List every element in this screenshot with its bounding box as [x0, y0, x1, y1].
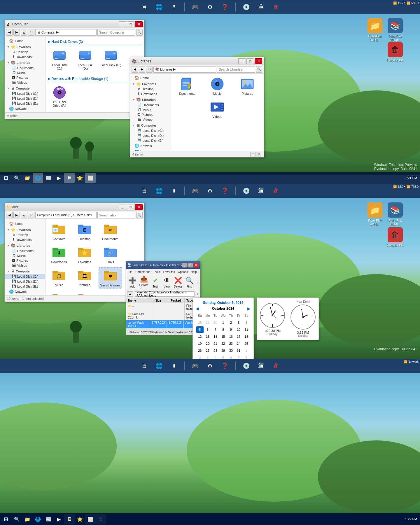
- cal-day-28a[interactable]: 28: [196, 319, 204, 326]
- toolbar2-settings-icon[interactable]: ⚙: [205, 186, 215, 196]
- cal-day-11[interactable]: 11: [243, 326, 250, 333]
- winrar-minimize-btn[interactable]: _: [182, 263, 187, 267]
- lib-sidebar-downloads[interactable]: ⬇ Downloads: [130, 91, 171, 96]
- sidebar-pictures[interactable]: 🖼 Pictures: [5, 75, 45, 80]
- lib-sidebar-music[interactable]: 🎵 Music: [130, 107, 171, 112]
- alex-maximize-btn[interactable]: □: [127, 204, 134, 210]
- cal-day-2[interactable]: 2: [228, 319, 235, 326]
- desktop2-icon-recycle[interactable]: 🗑 Recycle Bin: [385, 226, 405, 249]
- calendar-next-btn[interactable]: ▶: [247, 306, 251, 311]
- winrar-close-btn[interactable]: ✕: [193, 263, 199, 267]
- lib-pictures[interactable]: Pictures: [234, 76, 260, 97]
- winrar-extract-btn[interactable]: 📤Extract To: [139, 275, 149, 290]
- toolbar2-delete-icon[interactable]: 🗑: [271, 186, 281, 196]
- desktop-icon-recycle[interactable]: 🗑 Recycle Bin: [385, 41, 405, 63]
- libraries-list-view-btn[interactable]: ☰: [250, 152, 256, 157]
- alex-search-input[interactable]: [97, 212, 135, 218]
- alex-sidebar-computer[interactable]: ▼🖥 Computer: [5, 268, 45, 274]
- cal-day-24[interactable]: 24: [235, 340, 242, 347]
- alex-sidebar-e[interactable]: 💾 Local Disk (E:): [5, 284, 45, 289]
- winrar-test-btn[interactable]: ✔Test: [150, 275, 160, 290]
- cal-day-10[interactable]: 10: [235, 326, 242, 333]
- alex-sidebar-pictures[interactable]: 🖼 Pictures: [5, 258, 45, 263]
- winrar-menu-help[interactable]: Help: [191, 270, 197, 274]
- taskbar-computer-1[interactable]: 🖥: [64, 173, 75, 183]
- alex-sidebar-downloads[interactable]: ⬇ Downloads: [5, 237, 45, 242]
- toolbar2-monitor-icon[interactable]: 🖥: [139, 186, 149, 196]
- lib-sidebar-libraries[interactable]: ▼📚 Libraries: [130, 96, 171, 102]
- alex-close-btn[interactable]: ✕: [135, 204, 143, 210]
- toolbar3-monitor-icon[interactable]: 🖥: [139, 360, 149, 371]
- taskbar-bottom-search[interactable]: 🔍: [12, 514, 22, 524]
- cal-day-4[interactable]: 4: [243, 319, 250, 326]
- cal-day-27[interactable]: 27: [204, 347, 211, 354]
- lib-sidebar-home[interactable]: 🏠 Home: [130, 75, 171, 80]
- alex-minimize-btn[interactable]: _: [119, 204, 126, 210]
- cal-day-31[interactable]: 31: [235, 347, 242, 354]
- alex-sidebar-music[interactable]: 🎵 Music: [5, 253, 45, 258]
- cal-day-22[interactable]: 22: [220, 340, 227, 347]
- cal-day-16[interactable]: 16: [228, 333, 235, 340]
- alex-sidebar-network[interactable]: 🌐 Network: [5, 289, 45, 294]
- folder-searches[interactable]: 🔍 Searches: [47, 291, 71, 295]
- sidebar-music[interactable]: 🎵 Music: [5, 70, 45, 75]
- lib-sidebar-desktop[interactable]: 🖥 Desktop: [130, 87, 171, 91]
- toolbar-bank-icon[interactable]: 🏛: [256, 2, 266, 12]
- taskbar-bottom-file[interactable]: 📁: [22, 514, 33, 524]
- drive-d[interactable]: Local Disk (D:): [74, 47, 97, 71]
- sidebar-documents[interactable]: 📄 Documents: [5, 65, 45, 70]
- libraries-forward-btn[interactable]: ▶: [139, 66, 145, 73]
- taskbar-bottom-store[interactable]: 📰: [43, 514, 54, 524]
- libraries-grid-view-btn[interactable]: ⊞: [256, 152, 261, 157]
- desktop-icon-pureflat2[interactable]: 📚 Pure-Flat 2014t...: [385, 17, 405, 43]
- cal-day-20[interactable]: 20: [204, 340, 211, 347]
- libraries-search-input[interactable]: [217, 66, 255, 73]
- winrar-menu-options[interactable]: Options: [178, 270, 188, 274]
- cal-day-26[interactable]: 26: [196, 347, 204, 354]
- toolbar3-apps-icon[interactable]: ⣿: [169, 360, 179, 371]
- winrar-back-btn[interactable]: ◀: [127, 291, 133, 297]
- libraries-maximize-btn[interactable]: □: [246, 58, 254, 64]
- toolbar2-gamepad-icon[interactable]: 🎮: [190, 186, 200, 196]
- drive-f[interactable]: DVD DVD RW Drive (F:): [48, 84, 71, 108]
- taskbar-bottom-computer[interactable]: 🖥: [64, 514, 75, 524]
- folder-desktop[interactable]: 🖥 Desktop: [73, 221, 96, 242]
- alex-sidebar-favorites[interactable]: ▼⭐ Favorites: [5, 226, 45, 232]
- lib-sidebar-e[interactable]: 💾 Local Disk (E:): [130, 138, 171, 143]
- winrar-view-btn[interactable]: 👁View: [162, 275, 172, 290]
- sidebar-desktop[interactable]: 🖥 Desktop: [5, 50, 45, 54]
- folder-contacts[interactable]: 📧 Contacts: [47, 221, 71, 242]
- winrar-row-iconpack[interactable]: 🖥 IconPack Pure Fl... 3,787,293 3,760,21…: [126, 320, 200, 329]
- toolbar-cd-icon[interactable]: 💿: [241, 2, 251, 12]
- winrar-find-btn[interactable]: 🔍Find: [184, 275, 194, 290]
- cal-day-5-today[interactable]: 5: [196, 326, 204, 333]
- taskbar-star-1[interactable]: ⭐: [75, 173, 85, 183]
- folder-documents[interactable]: ✏ Documents: [99, 221, 122, 242]
- lib-sidebar-favorites[interactable]: ▼⭐ Favorites: [130, 80, 171, 87]
- taskbar-bottom-ie[interactable]: 🌐: [33, 514, 43, 524]
- toolbar3-delete-icon[interactable]: 🗑: [271, 360, 281, 371]
- alex-path[interactable]: Computer > Local Disk (C:) > Users > ale…: [35, 212, 97, 218]
- computer-back-btn[interactable]: ◀: [6, 29, 13, 36]
- winrar-menu-favorites[interactable]: Favorites: [163, 270, 175, 274]
- taskbar-file-explorer-1[interactable]: 📁: [22, 173, 33, 183]
- computer-search-input[interactable]: [97, 29, 135, 36]
- alex-back-btn[interactable]: ◀: [6, 212, 13, 218]
- winrar-row-pureflat[interactable]: 📁 Pure Flat 2014t I... File folde: [126, 312, 200, 320]
- alex-sidebar-desktop[interactable]: 🖥 Desktop: [5, 232, 45, 237]
- cal-day-14[interactable]: 14: [212, 333, 219, 340]
- libraries-minimize-btn[interactable]: _: [238, 58, 246, 64]
- cal-day-21[interactable]: 21: [212, 340, 219, 347]
- drive-e[interactable]: Local Disk (E:): [99, 47, 123, 71]
- winrar-delete-btn[interactable]: ❌Delete: [173, 275, 183, 290]
- desktop-icon-pureflat1[interactable]: 📁 Pure-Flat 2014t...: [365, 17, 385, 43]
- alex-refresh-btn[interactable]: ↻: [28, 212, 34, 218]
- cal-day-9[interactable]: 9: [228, 326, 235, 333]
- toolbar-help-icon[interactable]: ❓: [220, 2, 230, 12]
- toolbar-monitor-icon[interactable]: 🖥: [139, 2, 149, 12]
- libraries-close-btn[interactable]: ✕: [255, 58, 262, 64]
- cal-day-25[interactable]: 25: [243, 340, 250, 347]
- cal-day-13[interactable]: 13: [204, 333, 211, 340]
- cal-day-6[interactable]: 6: [204, 326, 211, 333]
- cal-day-30b[interactable]: 30: [228, 347, 235, 354]
